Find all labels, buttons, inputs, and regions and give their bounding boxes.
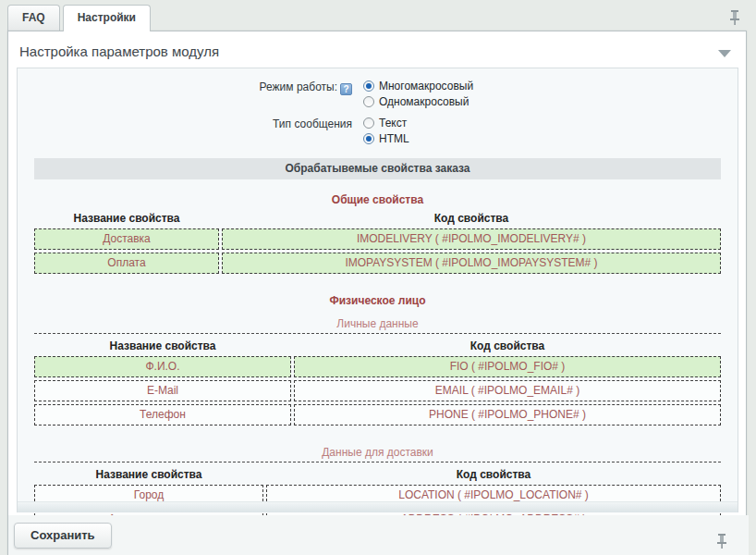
tabs-bar: FAQ Настройки	[0, 0, 756, 31]
field-label: Режим работы:?	[18, 80, 358, 108]
table-row: Телефон PHONE ( #IPOLMO_PHONE# )	[34, 404, 721, 426]
column-header-name: Название свойства	[34, 338, 291, 354]
radio-icon[interactable]	[363, 96, 374, 107]
tab-faq[interactable]: FAQ	[7, 5, 60, 31]
table-row: Доставка IMODELIVERY ( #IPOLMO_IMODELIVE…	[34, 228, 721, 250]
divider	[34, 462, 721, 462]
column-header-code: Код свойства	[266, 466, 721, 483]
group-individual: Физическое лицо Личные данные Название с…	[18, 294, 738, 426]
section-header-order-properties: Обрабатывемые свойства заказа	[34, 158, 721, 179]
property-name-cell[interactable]: Доставка	[34, 228, 219, 250]
chevron-down-icon[interactable]	[718, 50, 731, 57]
radio-icon[interactable]	[363, 117, 374, 129]
group-subtitle: Личные данные	[18, 317, 738, 330]
column-header-name: Название свойства	[34, 466, 263, 483]
field-label: Тип сообщения	[18, 117, 358, 145]
table-header-row: Название свойства Код свойства	[34, 210, 721, 227]
table-row: Ф.И.О. FIO ( #IPOLMO_FIO# )	[34, 356, 721, 377]
properties-table: Название свойства Код свойства Ф.И.О. FI…	[34, 338, 721, 426]
property-name-cell[interactable]: Ф.И.О.	[34, 356, 291, 377]
pin-icon[interactable]	[728, 9, 741, 26]
tab-settings[interactable]: Настройки	[63, 5, 151, 31]
divider	[34, 333, 721, 334]
column-header-name: Название свойства	[34, 210, 219, 227]
settings-form: Режим работы:? Многомакросовый Одномакро…	[17, 68, 738, 512]
field-message-type: Тип сообщения Текст HTML	[18, 117, 738, 145]
radio-label: Одномакросовый	[379, 95, 469, 108]
group-title: Общие свойства	[18, 193, 738, 206]
table-row: E-Mail EMAIL ( #IPOLMO_EMAIL# )	[34, 380, 721, 401]
properties-table: Название свойства Код свойства Доставка …	[34, 210, 721, 274]
pin-icon[interactable]	[715, 533, 728, 549]
radio-icon[interactable]	[363, 80, 374, 92]
radio-label: Многомакросовый	[379, 80, 473, 92]
radio-html[interactable]: HTML	[363, 132, 409, 145]
settings-panel: Настройка параметров модуля Режим работы…	[7, 31, 747, 555]
property-code-cell[interactable]: PHONE ( #IPOLMO_PHONE# )	[294, 404, 721, 426]
radio-icon[interactable]	[363, 133, 374, 144]
property-name-cell[interactable]: Телефон	[34, 404, 291, 426]
radio-text[interactable]: Текст	[363, 117, 409, 130]
column-header-code: Код свойства	[222, 210, 721, 227]
button-row: Сохранить	[8, 515, 749, 555]
group-subtitle: Данные для доставки	[18, 446, 738, 459]
radio-singlemacro[interactable]: Одномакросовый	[363, 95, 473, 108]
panel-title-row: Настройка параметров модуля	[8, 31, 746, 68]
field-work-mode: Режим работы:? Многомакросовый Одномакро…	[18, 80, 738, 108]
page-title: Настройка параметров модуля	[19, 43, 729, 59]
radio-multimacro[interactable]: Многомакросовый	[363, 80, 473, 92]
save-button[interactable]: Сохранить	[14, 523, 112, 549]
radio-group-message-type: Текст HTML	[358, 117, 409, 145]
radio-group-work-mode: Многомакросовый Одномакросовый	[358, 80, 473, 108]
table-row: Оплата IMOPAYSYSTEM ( #IPOLMO_IMOPAYSYST…	[34, 253, 721, 274]
property-code-cell[interactable]: FIO ( #IPOLMO_FIO# )	[294, 356, 721, 377]
form-footer-strip	[18, 501, 738, 512]
radio-label: Текст	[379, 117, 407, 130]
radio-label: HTML	[379, 132, 409, 145]
group-common-properties: Общие свойства Название свойства Код сво…	[18, 193, 738, 274]
column-header-code: Код свойства	[294, 338, 721, 354]
property-code-cell[interactable]: EMAIL ( #IPOLMO_EMAIL# )	[294, 380, 721, 401]
property-code-cell[interactable]: IMODELIVERY ( #IPOLMO_IMODELIVERY# )	[222, 228, 721, 250]
help-icon[interactable]: ?	[340, 83, 352, 95]
group-title: Физическое лицо	[18, 294, 738, 307]
property-code-cell[interactable]: IMOPAYSYSTEM ( #IPOLMO_IMOPAYSYSTEM# )	[222, 253, 721, 274]
work-mode-label: Режим работы:	[260, 80, 337, 93]
property-name-cell[interactable]: Оплата	[34, 253, 219, 274]
message-type-label: Тип сообщения	[273, 117, 352, 130]
table-header-row: Название свойства Код свойства	[34, 466, 721, 483]
table-header-row: Название свойства Код свойства	[34, 338, 721, 354]
property-name-cell[interactable]: E-Mail	[34, 380, 291, 401]
